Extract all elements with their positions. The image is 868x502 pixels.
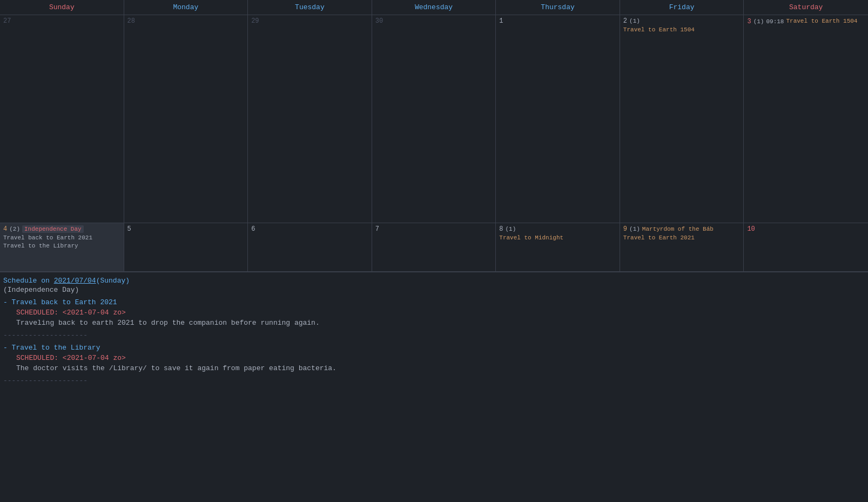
schedule-entry-2-desc: The doctor visits the /Library/ to save … <box>16 364 865 372</box>
cell-27[interactable]: 27 <box>0 15 124 223</box>
header-friday: Friday <box>620 0 744 15</box>
date-num-7: 7 <box>375 225 379 233</box>
cell-3[interactable]: 3 (1) 09:18 Travel to Earth 1504 <box>744 15 868 223</box>
cell-1[interactable]: 1 <box>496 15 620 223</box>
schedule-entry-2-title[interactable]: - Travel to the Library <box>3 344 865 352</box>
date-num-6: 6 <box>251 225 255 233</box>
holiday-9: Martyrdom of the Báb <box>642 226 714 232</box>
date-num-30: 30 <box>375 17 383 25</box>
schedule-header: Schedule on 2021/07/04(Sunday) <box>3 277 865 285</box>
header-thursday: Thursday <box>496 0 620 15</box>
calendar-container: Sunday Monday Tuesday Wednesday Thursday… <box>0 0 868 393</box>
schedule-entry-1-scheduled: SCHEDULED: <2021-07-04 zo> <box>16 309 865 317</box>
schedule-entry-1-date: <2021-07-04 zo> <box>63 309 126 317</box>
divider-1: -------------------- <box>3 331 865 339</box>
calendar-row-2: 4 (2) Independence Day Travel back to Ea… <box>0 223 868 272</box>
cell-30[interactable]: 30 <box>372 15 496 223</box>
schedule-entry-1: - Travel back to Earth 2021 SCHEDULED: <… <box>3 298 865 327</box>
date-num-3: 3 <box>747 18 751 25</box>
event-9-1[interactable]: Travel to Earth 2021 <box>623 234 741 242</box>
event-4-1[interactable]: Travel back to Earth 2021 <box>3 234 120 242</box>
cell-8[interactable]: 8 (1) Travel to Midnight <box>496 223 620 272</box>
calendar-row-1: 27 28 29 30 1 2 (1) Travel to Earth 1504… <box>0 15 868 223</box>
cell-2[interactable]: 2 (1) Travel to Earth 1504 <box>620 15 744 223</box>
event-count-8: (1) <box>505 226 516 232</box>
header-monday: Monday <box>124 0 248 15</box>
schedule-label: chedule on <box>8 277 54 285</box>
divider-2: -------------------- <box>3 377 865 385</box>
event-4-2[interactable]: Travel to the Library <box>3 242 120 250</box>
event-3-1[interactable]: Travel to Earth 1504 <box>786 17 857 25</box>
event-count-2: (1) <box>629 18 640 24</box>
date-num-10: 10 <box>747 225 755 233</box>
date-num-9: 9 <box>623 225 627 233</box>
date-num-28: 28 <box>127 17 135 25</box>
schedule-entry-1-title[interactable]: - Travel back to Earth 2021 <box>3 298 865 306</box>
schedule-date[interactable]: 2021/07/04 <box>54 277 96 285</box>
date-num-8: 8 <box>499 225 503 233</box>
schedule-entry-2-scheduled: SCHEDULED: <2021-07-04 zo> <box>16 354 865 362</box>
header-tuesday: Tuesday <box>248 0 372 15</box>
cell-5[interactable]: 5 <box>124 223 248 272</box>
cell-7[interactable]: 7 <box>372 223 496 272</box>
holiday-4: Independence Day <box>22 225 84 233</box>
schedule-entry-2-date: <2021-07-04 zo> <box>63 354 126 362</box>
cell-29[interactable]: 29 <box>248 15 372 223</box>
time-3: 09:18 <box>766 18 784 25</box>
date-num-27: 27 <box>3 17 11 25</box>
event-count-4: (2) <box>9 226 20 232</box>
event-count-9: (1) <box>629 226 640 232</box>
cell-4[interactable]: 4 (2) Independence Day Travel back to Ea… <box>0 223 124 272</box>
cell-28[interactable]: 28 <box>124 15 248 223</box>
schedule-cursor: S <box>3 277 8 285</box>
date-num-4: 4 <box>3 225 7 233</box>
schedule-entry-1-desc: Traveling back to earth 2021 to drop the… <box>16 319 865 327</box>
schedule-entry-2: - Travel to the Library SCHEDULED: <2021… <box>3 344 865 372</box>
date-num-1: 1 <box>499 17 503 25</box>
cell-9[interactable]: 9 (1) Martyrdom of the Báb Travel to Ear… <box>620 223 744 272</box>
cell-10[interactable]: 10 <box>744 223 868 272</box>
schedule-section: Schedule on 2021/07/04(Sunday) (Independ… <box>0 272 868 393</box>
header-wednesday: Wednesday <box>372 0 496 15</box>
date-num-29: 29 <box>251 17 259 25</box>
cell-6[interactable]: 6 <box>248 223 372 272</box>
header-saturday: Saturday <box>744 0 868 15</box>
event-2-1[interactable]: Travel to Earth 1504 <box>623 26 741 34</box>
calendar-header: Sunday Monday Tuesday Wednesday Thursday… <box>0 0 868 15</box>
date-num-2: 2 <box>623 17 627 25</box>
header-sunday: Sunday <box>0 0 124 15</box>
schedule-holiday: (Independence Day) <box>3 286 865 294</box>
date-num-5: 5 <box>127 225 131 233</box>
event-8-1[interactable]: Travel to Midnight <box>499 234 616 242</box>
event-count-3: (1) <box>753 18 764 25</box>
schedule-day: (Sunday) <box>96 277 130 285</box>
